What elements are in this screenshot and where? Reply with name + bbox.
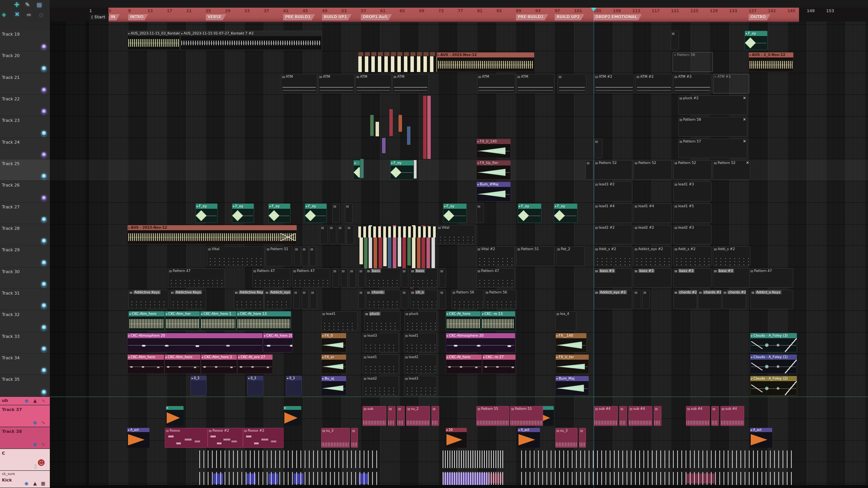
track-header-c[interactable]: C☻▯ (0, 449, 50, 471)
clip-pattern-56[interactable]: ▤Pattern 56 (484, 290, 517, 309)
grid-icon[interactable]: ▦ (41, 481, 45, 486)
clip-sub[interactable]: ▤ (351, 428, 358, 448)
marker-pre-build2[interactable]: PRE-BUILD2 (516, 14, 548, 20)
clip-atm[interactable]: ▤ATM (516, 74, 555, 93)
clip-f-ey[interactable]: ▸F_ey (554, 203, 578, 223)
clip-ckc-atm-here-1[interactable]: ▸CKC-Atm_here 1 (200, 311, 236, 331)
clip-sub-4[interactable]: ▤sub #4 (594, 406, 618, 426)
clip-midi[interactable]: ▤ (402, 268, 409, 288)
clip-pluck[interactable]: ▤pluck (364, 311, 400, 331)
track-header-track-29[interactable]: Track 29 (0, 246, 50, 267)
clip-kb[interactable] (358, 225, 437, 244)
clip-sub[interactable]: ▤ (432, 406, 439, 426)
track-led-icon[interactable] (42, 239, 46, 244)
marker-drop2-emotional[interactable]: DROP2 EMOTIONAL (594, 14, 642, 20)
clip-sub[interactable]: ▤ (711, 406, 719, 426)
clip-bass-3[interactable]: ▤bass #3 (673, 268, 712, 288)
mute-x-icon[interactable]: × (743, 139, 746, 143)
clip-midi[interactable]: ▤ (332, 268, 339, 288)
clip-0-3[interactable]: ▸0_3 (190, 376, 207, 396)
track-led-icon[interactable] (42, 390, 46, 395)
clip-midi[interactable]: ▤ (345, 203, 353, 223)
clip-ckc-atm-here[interactable]: ▸CKC-Atm_here (164, 354, 201, 374)
clip-sub-4[interactable]: ▤sub #4 (686, 406, 710, 426)
clip-lead1-4[interactable]: ▤lead1 #4 (594, 203, 632, 223)
track-header-track-19[interactable]: Track 19 (0, 30, 50, 51)
panel-icon[interactable]: ▯ (34, 463, 37, 469)
clip-atm[interactable]: ▤ATM (392, 74, 429, 93)
clip-clouds-a-foley-1[interactable]: ▸Clouds - A_Foley (1) (750, 354, 797, 374)
clip-lead2[interactable]: ▤lead2 (404, 354, 437, 374)
track-header-track-32[interactable]: Track 32 (0, 310, 50, 332)
track-header-track-26[interactable]: Track 26 (0, 181, 50, 203)
clip-addi-s-2[interactable]: ▤Addi_s #2 (673, 246, 712, 266)
track-led-icon[interactable] (42, 303, 46, 308)
clip-ckc-atmosphere-20[interactable]: ▸CKC-Atmosphere 20 (446, 333, 515, 352)
track-led-icon[interactable] (42, 131, 46, 136)
clip-10[interactable]: ▸10 (446, 428, 467, 448)
marker-build-up1[interactable]: BUILD UP1 (322, 14, 351, 20)
track-header-track-38[interactable]: Track 38∿◉ (0, 427, 50, 449)
clip-pattern-55[interactable]: ▤Pattern 55 (476, 406, 509, 426)
clip-sub[interactable]: ▤sub (363, 406, 386, 426)
clip-addictive-keys[interactable]: ▤Addictive Keys (128, 290, 169, 309)
clip-atm-3[interactable]: ▤ATM #3 (673, 74, 712, 93)
clip-aus-2023-nov-12[interactable]: ▸AUS - 2023-Nov-12 (437, 52, 535, 72)
clip-atm[interactable]: ▤ATM (477, 74, 515, 93)
clip-pattern-52[interactable]: ▤Pattern 52 (673, 160, 712, 180)
clip-pattern-55[interactable]: ▤Pattern 55 (510, 406, 543, 426)
track-led-icon[interactable] (42, 325, 46, 330)
clip-ch-s[interactable]: ▤ch_s (410, 290, 438, 309)
timeline-ruler[interactable]: 1591317212529333741454953576165697377818… (50, 8, 868, 21)
clip-midi[interactable]: ▤ (332, 203, 340, 223)
clip-midi[interactable]: ▤ (338, 225, 345, 244)
clip-bu-aj[interactable]: ▸Bu_aj (321, 376, 346, 396)
marker-start[interactable]: ( Start (89, 14, 110, 20)
clip-pattern-52[interactable]: ▤Pattern 52× (713, 160, 750, 180)
track-header-track-30[interactable]: Track 30 (0, 267, 50, 289)
clip-f-ey[interactable]: ▸F_ey (232, 203, 254, 223)
clip-f-ey[interactable]: ▸F_ey (745, 31, 768, 50)
clip-pattern-52[interactable]: ▤Pattern 52 (594, 160, 632, 180)
clip-a-act[interactable]: ▸A_act (750, 428, 772, 448)
clip-reese[interactable]: ▤Reese (165, 428, 208, 448)
track-header-track-31[interactable]: Track 31 (0, 289, 50, 310)
mute-x-icon[interactable]: × (743, 96, 746, 100)
clip-reese-2[interactable]: ▤Reese #2 (243, 428, 284, 448)
clip-lead2-2[interactable]: ▤lead2 #2 (633, 225, 672, 244)
clip-bass-3[interactable]: ▤bass #3 (594, 268, 632, 288)
clip-pattern-47[interactable]: ▤Pattern 47 (476, 268, 515, 288)
marker-intro[interactable]: INTRO (128, 14, 148, 20)
clip-su-3[interactable]: ▤su_3 (321, 428, 350, 448)
clip-sub[interactable]: ▤ (654, 406, 661, 426)
clip-sub[interactable]: ▤ (579, 428, 586, 448)
clip-chords-2[interactable]: ▤chords #2 (698, 290, 722, 309)
curve-icon[interactable]: ∿ (41, 442, 45, 447)
track-led-icon[interactable] (42, 88, 46, 93)
marker-verse[interactable]: VERSE (206, 14, 226, 20)
track-header-track-27[interactable]: Track 27 (0, 203, 50, 224)
track-header-track-35[interactable]: Track 35 (0, 375, 50, 397)
track-led-icon[interactable] (42, 368, 46, 373)
clip-ckc-re-27[interactable]: ▸CKC- re 27 (482, 354, 516, 374)
clip-addicti-eys-2[interactable]: ▤Addicti_eys #2 (594, 290, 632, 309)
clip-pattern-58[interactable]: ×Pattern 58 (673, 52, 713, 72)
clip-f-ey[interactable]: ▸F_ey (443, 203, 467, 223)
clip-midi[interactable]: ▤ (329, 225, 336, 244)
add-icon[interactable]: + (2, 11, 7, 18)
clip-vital-2[interactable]: ▤Vital #2 (476, 246, 515, 266)
clip-midi[interactable]: ▤ (633, 290, 641, 309)
clip-midi[interactable]: ▤ (358, 268, 365, 288)
clip-midi[interactable]: ▤ (402, 290, 409, 309)
clip-bum-maj[interactable]: ▸Bum_#Maj (476, 182, 511, 201)
clip-sub-4[interactable]: ▤sub #4 (720, 406, 744, 426)
clip-a-act[interactable]: ▸A_act (518, 428, 540, 448)
clip-f-ey[interactable]: ▸F_ey (305, 203, 327, 223)
clip-chords-2[interactable]: ▤chords #2 (673, 290, 697, 309)
clip-pattern-52[interactable]: ▤Pattern 52 (633, 160, 672, 180)
track-header-track-22[interactable]: Track 22 (0, 95, 50, 116)
clip-midi[interactable]: ▤ (439, 268, 446, 288)
clip-teal[interactable]: ▸ (353, 160, 360, 180)
clip-0-3[interactable]: ▸0_3 (247, 376, 263, 396)
target-icon[interactable]: ◉ (25, 481, 28, 486)
